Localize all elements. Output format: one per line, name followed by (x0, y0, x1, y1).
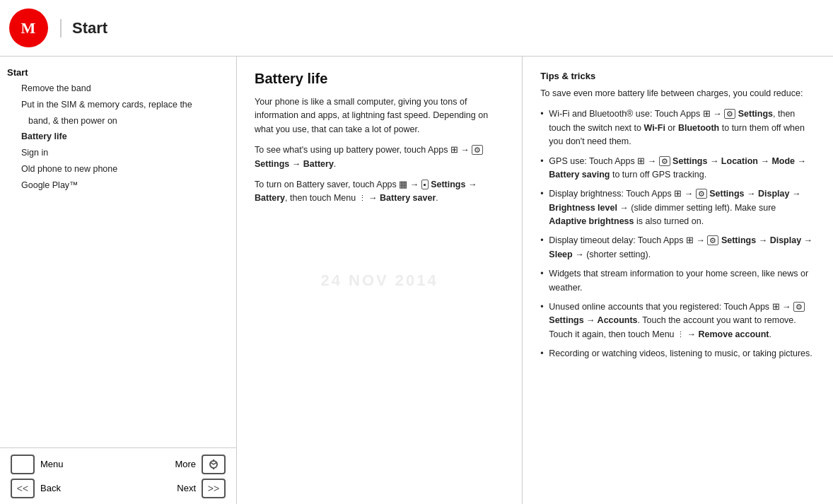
tips-list: Wi-Fi and Bluetooth® use: Touch Apps ⊞ →… (540, 107, 815, 361)
next-button[interactable]: Next >> (177, 479, 226, 498)
tips-list-item: Unused online accounts that you register… (540, 300, 815, 341)
sidebar-item-remove-band[interactable]: Remove the band (7, 81, 229, 97)
battery-para2-actual: To see what's using up battery power, to… (255, 143, 504, 171)
sidebar-bottom-nav: Menu More (0, 447, 236, 504)
battery-title: Battery life (255, 71, 504, 87)
sidebar-item-battery[interactable]: Battery life (7, 129, 229, 145)
date-watermark: 24 NOV 2014 (321, 271, 438, 290)
sidebar-item-sim[interactable]: Put in the SIM & memory cards, replace t… (7, 97, 229, 113)
more-label: More (175, 459, 196, 469)
sidebar-content: Start Remove the band Put in the SIM & m… (0, 57, 236, 447)
back-button[interactable]: << Back (11, 479, 61, 498)
tips-intro: To save even more battery life between c… (540, 87, 815, 100)
sidebar-item-signin[interactable]: Sign in (7, 145, 229, 161)
more-button[interactable]: More (175, 455, 226, 474)
motorola-logo: M (9, 8, 48, 47)
menu-label: Menu (40, 459, 64, 469)
next-icon: >> (202, 479, 226, 498)
logo-area: M (0, 0, 57, 57)
sidebar-item-google-play[interactable]: Google Play™ (7, 177, 229, 194)
menu-button[interactable]: Menu (11, 455, 64, 474)
main-layout: Start Remove the band Put in the SIM & m… (0, 57, 833, 504)
content-area: 24 NOV 2014 Battery life Your phone is l… (237, 57, 833, 504)
menu-icon (11, 455, 35, 474)
more-icon (202, 455, 226, 474)
back-label: Back (40, 483, 61, 493)
next-label: Next (177, 483, 196, 493)
tips-title: Tips & tricks (540, 71, 815, 81)
logo-letter: M (21, 19, 36, 37)
tips-list-item: Wi-Fi and Bluetooth® use: Touch Apps ⊞ →… (540, 107, 815, 148)
nav-bottom-row: << Back Next >> (11, 479, 226, 498)
tips-list-item: Display brightness: Touch Apps ⊞ → ⚙ Set… (540, 187, 815, 228)
battery-panel: 24 NOV 2014 Battery life Your phone is l… (237, 57, 523, 504)
sidebar-section-title: Start (7, 67, 229, 78)
sidebar-item-old-phone[interactable]: Old phone to new phone (7, 161, 229, 177)
back-chevrons: << (17, 483, 28, 494)
tips-panel: Tips & tricks To save even more battery … (523, 57, 833, 504)
nav-top-row: Menu More (11, 455, 226, 474)
back-icon: << (11, 479, 35, 498)
tips-list-item: Widgets that stream information to your … (540, 267, 815, 295)
tips-list-item: GPS use: Touch Apps ⊞ → ⚙ Settings → Loc… (540, 155, 815, 182)
tips-list-item: Recording or watching videos, listening … (540, 347, 815, 361)
header: M Start (0, 0, 833, 57)
sidebar: Start Remove the band Put in the SIM & m… (0, 57, 237, 504)
battery-para3: To turn on Battery saver, touch Apps ▦ →… (255, 178, 504, 206)
tips-list-item: Display timeout delay: Touch Apps ⊞ → ⚙ … (540, 234, 815, 262)
sidebar-item-sim-cont: band, & then power on (7, 113, 229, 129)
more-icon-svg (207, 459, 220, 469)
next-chevrons: >> (208, 483, 219, 494)
sidebar-nav: Start Remove the band Put in the SIM & m… (7, 67, 229, 193)
battery-para1: Your phone is like a small computer, giv… (255, 95, 504, 136)
page-title: Start (60, 19, 107, 37)
